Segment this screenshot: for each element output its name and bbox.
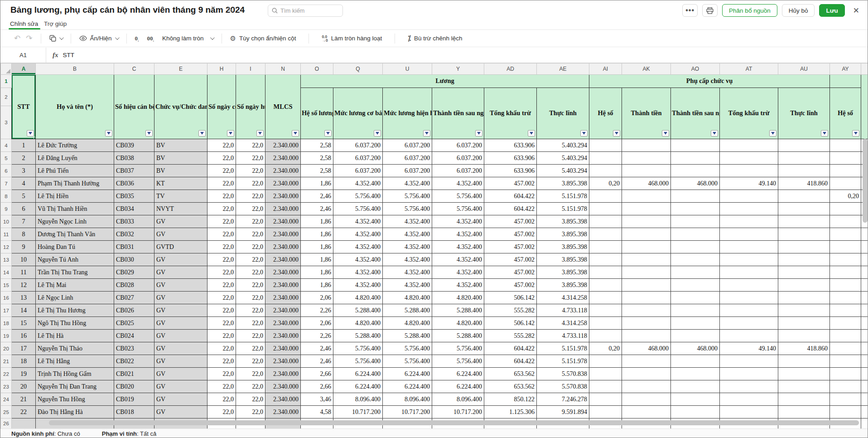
cell[interactable]: BV: [154, 139, 207, 152]
cell[interactable]: [778, 393, 830, 406]
cell[interactable]: 22,0: [236, 304, 265, 317]
header-cell[interactable]: Họ và tên (*): [36, 75, 114, 139]
header-cell[interactable]: Thành tiền sau nghỉ: [671, 88, 720, 139]
cell[interactable]: [720, 228, 778, 241]
cell[interactable]: [778, 228, 830, 241]
select-all-corner[interactable]: [1, 63, 12, 75]
column-options-button[interactable]: ⚙ Tùy chọn ẩn/hiện cột: [230, 34, 296, 43]
cell[interactable]: 1,86: [301, 279, 333, 292]
filter-dropdown-button[interactable]: [580, 130, 588, 136]
cell[interactable]: 22,0: [207, 368, 236, 380]
tab-edit[interactable]: Chỉnh sửa: [10, 20, 38, 27]
cell[interactable]: CB031: [114, 241, 154, 253]
cell[interactable]: 7: [12, 215, 36, 228]
cell[interactable]: 5.288.400: [432, 330, 484, 342]
cell[interactable]: 4.352.400: [383, 266, 432, 279]
row-header-25[interactable]: 25: [1, 406, 12, 419]
cell[interactable]: 5.756.400: [432, 342, 484, 355]
cell[interactable]: 4.820.400: [383, 317, 432, 330]
cell[interactable]: 5.403.294: [537, 139, 589, 152]
cell[interactable]: 4.352.400: [432, 241, 484, 253]
cell[interactable]: [720, 292, 778, 304]
cell[interactable]: BV: [154, 152, 207, 165]
cell[interactable]: CB036: [114, 177, 154, 190]
offset-difference-button[interactable]: ⁒ Bù trừ chênh lệch: [408, 34, 462, 43]
cell[interactable]: [720, 203, 778, 215]
cell[interactable]: 22,0: [236, 292, 265, 304]
cell[interactable]: 1,86: [301, 228, 333, 241]
cell[interactable]: 2.340.000: [265, 215, 301, 228]
cell[interactable]: [830, 241, 861, 253]
cell[interactable]: [830, 177, 861, 190]
cell[interactable]: 22,0: [236, 279, 265, 292]
cell[interactable]: 22,0: [236, 393, 265, 406]
column-header-Q[interactable]: Q: [333, 63, 383, 75]
cell[interactable]: GV: [154, 406, 207, 419]
cell[interactable]: GV: [154, 380, 207, 393]
group-header-luong[interactable]: Lương: [301, 75, 589, 88]
cell[interactable]: 6.037.200: [383, 152, 432, 165]
filter-dropdown-button[interactable]: [227, 130, 234, 136]
cell[interactable]: 7.246.278: [537, 393, 589, 406]
cell[interactable]: 22,0: [236, 215, 265, 228]
row-header-6[interactable]: 6: [1, 165, 12, 177]
cell[interactable]: 22,0: [236, 342, 265, 355]
cell[interactable]: [720, 355, 778, 368]
cell[interactable]: 6.224.400: [432, 380, 484, 393]
cell[interactable]: [589, 266, 622, 279]
cell[interactable]: 6.224.400: [333, 368, 383, 380]
cell[interactable]: [830, 165, 861, 177]
cell[interactable]: [622, 266, 671, 279]
cell[interactable]: 22,0: [236, 330, 265, 342]
tab-help[interactable]: Trợ giúp: [44, 20, 67, 27]
cell[interactable]: CB034: [114, 203, 154, 215]
row-header-17[interactable]: 17: [1, 304, 12, 317]
cell[interactable]: 418.860: [778, 342, 830, 355]
cell[interactable]: 506.142: [484, 317, 537, 330]
cell[interactable]: 4.314.258: [537, 292, 589, 304]
cell[interactable]: 4.352.400: [383, 253, 432, 266]
cell[interactable]: 457.002: [484, 177, 537, 190]
cell[interactable]: [830, 393, 861, 406]
cell[interactable]: [671, 190, 720, 203]
cell[interactable]: 5.756.400: [383, 355, 432, 368]
row-header-19[interactable]: 19: [1, 330, 12, 342]
cell[interactable]: [671, 317, 720, 330]
cell[interactable]: [12, 419, 36, 429]
batch-round-button[interactable]: 0.0→0 Làm tròn hàng loạt: [322, 35, 382, 42]
formula-input[interactable]: STT: [63, 52, 75, 58]
cell[interactable]: [720, 330, 778, 342]
cell[interactable]: [622, 165, 671, 177]
cell[interactable]: 22,0: [207, 292, 236, 304]
cell[interactable]: [778, 190, 830, 203]
allocate-source-button[interactable]: Phân bổ nguồn: [722, 4, 777, 17]
row-header-9[interactable]: 9: [1, 203, 12, 215]
cell[interactable]: Lê Đăng Luyến: [36, 152, 114, 165]
cell[interactable]: [671, 203, 720, 215]
cell[interactable]: Nguyễn Thu Hồng: [36, 393, 114, 406]
filter-dropdown-button[interactable]: [374, 130, 381, 136]
cell[interactable]: 9.591.894: [537, 406, 589, 419]
cell[interactable]: 3.895.398: [537, 228, 589, 241]
cell[interactable]: 22,0: [207, 317, 236, 330]
cell[interactable]: [589, 304, 622, 317]
cell[interactable]: 4.820.400: [333, 292, 383, 304]
cell[interactable]: 22: [12, 406, 36, 419]
cell[interactable]: [622, 304, 671, 317]
cell[interactable]: 5.756.400: [432, 203, 484, 215]
cell[interactable]: [720, 380, 778, 393]
cell[interactable]: [778, 304, 830, 317]
cell[interactable]: BV: [154, 165, 207, 177]
cell[interactable]: [671, 406, 720, 419]
cell[interactable]: [830, 317, 861, 330]
header-cell[interactable]: Số ngày công chuẩn: [207, 75, 236, 139]
cell[interactable]: 6.037.200: [432, 152, 484, 165]
cell[interactable]: [589, 152, 622, 165]
header-cell[interactable]: Hệ số lương: [301, 88, 333, 139]
cell[interactable]: Lê Thị Thu Hương: [36, 304, 114, 317]
cell[interactable]: CB023: [114, 342, 154, 355]
header-cell[interactable]: MLCS: [265, 75, 301, 139]
cell[interactable]: 4.352.400: [432, 279, 484, 292]
cell[interactable]: CB021: [114, 368, 154, 380]
row-header-21[interactable]: 21: [1, 355, 12, 368]
